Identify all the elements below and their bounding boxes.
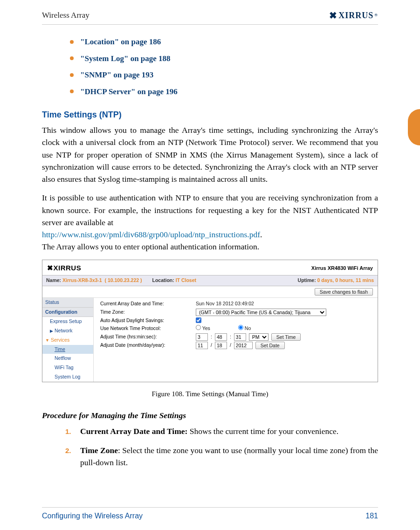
chevron-right-icon: ▶ (50, 329, 53, 333)
figure-logo-text: XIRRUS (54, 264, 82, 272)
sidebar-item-configuration[interactable]: Configuration (42, 308, 93, 317)
trademark-icon: ® (374, 12, 378, 19)
year-input[interactable] (234, 342, 253, 349)
sidebar-item-wifi-tag[interactable]: WiFi Tag (42, 363, 93, 372)
ntp-yes-radio[interactable] (196, 325, 201, 330)
ampm-select[interactable]: PM (249, 333, 269, 341)
figure-screenshot: ✖XIRRUS Xirrus XR4830 WiFi Array Name: X… (42, 260, 378, 382)
xref-text: "DHCP Server" on page 196 (80, 86, 178, 98)
section-heading: Time Settings (NTP) (42, 109, 378, 121)
info-uptime-label: Uptime: (298, 277, 316, 283)
xref-item[interactable]: "SNMP" on page 193 (70, 69, 378, 81)
sidebar-item-time[interactable]: Time (42, 345, 93, 354)
logo-text: XIRRUS (338, 9, 373, 22)
row-label: Use Network Time Protocol: (100, 325, 196, 332)
info-uptime-value: 0 days, 0 hours, 11 mins (317, 277, 374, 283)
bullet-icon (70, 40, 74, 44)
radio-label: No (245, 325, 251, 331)
sidebar-item-status[interactable]: Status (42, 298, 93, 308)
step-text: : Select the time zone you want to use (… (80, 446, 378, 467)
info-ip: ( 10.100.23.222 ) (105, 277, 142, 283)
sidebar-item-netflow[interactable]: Netflow (42, 354, 93, 363)
xref-item[interactable]: "Location" on page 186 (70, 36, 378, 48)
procedure-list: 1. Current Array Date and Time: Shows th… (42, 425, 378, 468)
sidebar-label: Services (51, 337, 69, 343)
row-label: Adjust Date (month/day/year): (100, 342, 196, 349)
page-footer: Configuring the Wireless Array 181 (42, 507, 378, 522)
figure-caption: Figure 108. Time Settings (Manual Time) (42, 389, 378, 399)
step-term: Time Zone (80, 446, 118, 455)
row-label: Time Zone: (100, 309, 196, 316)
xref-item[interactable]: "System Log" on page 188 (70, 53, 378, 65)
chevron-down-icon: ▼ (45, 338, 49, 343)
info-name-value: Xirrus-XR8-3x3-1 (62, 277, 102, 283)
logo-icon: ✖ (329, 8, 337, 22)
bullet-icon (70, 56, 74, 60)
row-label: Adjust Time (hrs:min:sec): (100, 333, 196, 341)
xref-text: "Location" on page 186 (80, 36, 161, 48)
xref-text: "System Log" on page 188 (80, 53, 171, 65)
step-term: Current Array Date and Time: (80, 427, 187, 436)
ntp-yes-option[interactable]: Yes (196, 325, 210, 332)
bullet-icon (70, 73, 74, 77)
hours-input[interactable] (196, 333, 208, 341)
radio-label: Yes (202, 325, 210, 331)
bullet-icon (70, 89, 74, 93)
figure-sidebar: Status Configuration Express Setup ▶Netw… (42, 298, 94, 382)
row-label: Current Array Date and Time: (100, 300, 196, 308)
figure-logo: ✖XIRRUS (47, 263, 81, 274)
header-title: Wireless Array (42, 9, 90, 21)
text-run: The Array allows you to enter optional a… (42, 242, 259, 251)
paragraph: It is possible to use authentication wit… (42, 192, 378, 253)
footer-page-number: 181 (365, 510, 378, 522)
sidebar-item-system-log[interactable]: System Log (42, 372, 93, 382)
page-header: Wireless Array ✖ XIRRUS ® (42, 8, 378, 25)
procedure-step: 1. Current Array Date and Time: Shows th… (65, 425, 378, 437)
current-datetime-value: Sun Nov 18 2012 03:49:02 (196, 300, 373, 308)
timezone-select[interactable]: (GMT - 08:00) Pacific Time (US & Canada)… (196, 309, 326, 316)
text-run: . (260, 230, 262, 239)
set-date-button[interactable]: Set Date (255, 342, 285, 349)
save-changes-button[interactable]: Save changes to flash (315, 288, 373, 296)
step-number: 1. (65, 425, 73, 437)
info-location-label: Location: (152, 277, 174, 283)
row-label: Auto Adjust Daylight Savings: (100, 317, 196, 324)
ntp-no-option[interactable]: No (238, 325, 251, 332)
sidebar-label: Network (55, 328, 73, 333)
procedure-heading: Procedure for Managing the Time Settings (42, 409, 378, 421)
minutes-input[interactable] (215, 333, 227, 341)
xref-text: "SNMP" on page 193 (80, 69, 153, 81)
sidebar-item-network[interactable]: ▶Network (42, 326, 93, 336)
external-link[interactable]: http://www.nist.gov/pml/div688/grp00/upl… (42, 230, 260, 239)
cross-reference-list: "Location" on page 186 "System Log" on p… (42, 36, 378, 97)
day-input[interactable] (215, 342, 227, 349)
logo-icon: ✖ (47, 264, 54, 272)
sidebar-item-express-setup[interactable]: Express Setup (42, 317, 93, 326)
month-input[interactable] (196, 342, 208, 349)
footer-section-title: Configuring the Wireless Array (42, 510, 143, 522)
xref-item[interactable]: "DHCP Server" on page 196 (70, 86, 378, 98)
brand-logo: ✖ XIRRUS ® (329, 8, 378, 22)
procedure-step: 2. Time Zone: Select the time zone you w… (65, 444, 378, 469)
info-name-label: Name: (46, 277, 61, 283)
figure-main-panel: Current Array Date and Time: Sun Nov 18 … (94, 298, 378, 382)
step-text: Shows the current time for your convenie… (187, 427, 338, 436)
sidebar-item-services[interactable]: ▼Services (42, 336, 93, 345)
figure-info-bar: Name: Xirrus-XR8-3x3-1 ( 10.100.23.222 )… (42, 275, 378, 286)
seconds-input[interactable] (234, 333, 246, 341)
figure-device-title: Xirrus XR4830 WiFi Array (311, 264, 373, 272)
daylight-savings-checkbox[interactable] (196, 317, 201, 323)
step-number: 2. (65, 444, 73, 469)
set-time-button[interactable]: Set Time (271, 333, 301, 341)
text-run: It is possible to use authentication wit… (42, 193, 378, 227)
ntp-no-radio[interactable] (238, 325, 243, 330)
info-location-value: IT Closet (176, 277, 196, 283)
paragraph: This window allows you to manage the Arr… (42, 124, 378, 185)
